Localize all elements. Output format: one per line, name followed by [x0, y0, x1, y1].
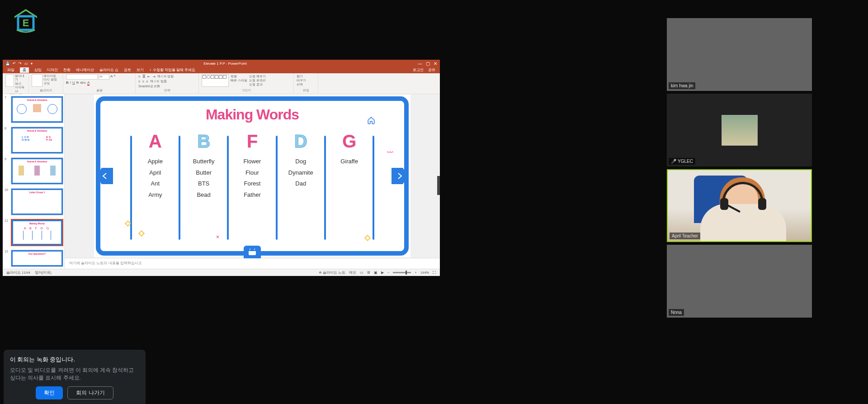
align-left-icon[interactable]: ≡: [138, 79, 141, 84]
quick-styles-button[interactable]: 빠른 스타일: [231, 78, 247, 82]
menu-slideshow[interactable]: 슬라이드 쇼: [99, 68, 118, 72]
find-button[interactable]: 찾기: [297, 74, 315, 78]
font-size-combo[interactable]: 14: [99, 74, 109, 80]
grow-font-icon[interactable]: A: [110, 74, 113, 80]
menubar: 파일 홈 삽입 디자인 전환 애니메이션 슬라이드 쇼 검토 보기 ♀ 수정할 …: [3, 67, 440, 73]
shapes-gallery[interactable]: [202, 74, 229, 87]
view-reading-icon[interactable]: ▣: [374, 271, 377, 275]
new-slide-icon[interactable]: [32, 74, 42, 87]
shape-outline-button[interactable]: 도형 윤곽선: [249, 78, 266, 82]
zoom-out-icon[interactable]: −: [387, 271, 389, 275]
thumbnail-7[interactable]: 7 Voiced & Voiceless: [3, 94, 64, 125]
bullets-icon[interactable]: ≡: [138, 74, 141, 79]
language-status[interactable]: 영어(미국): [35, 271, 52, 275]
view-normal-icon[interactable]: ▭: [360, 271, 363, 275]
underline-icon[interactable]: U: [72, 81, 75, 86]
minimize-icon[interactable]: —: [418, 61, 422, 66]
home-icon[interactable]: [367, 116, 375, 124]
menu-design[interactable]: 디자인: [47, 68, 58, 72]
thumbnail-8[interactable]: 8 Voiced & VoicelessL V R D M BK S P Ch: [3, 125, 64, 156]
align-text-button[interactable]: 텍스트 맞춤: [150, 79, 167, 84]
save-icon[interactable]: 💾: [5, 62, 10, 66]
menu-view[interactable]: 보기: [137, 68, 144, 72]
participant-tile[interactable]: Nnna: [667, 245, 812, 318]
view-slideshow-icon[interactable]: ▶: [381, 271, 384, 275]
deco-x-icon: ×: [216, 234, 219, 240]
menu-transitions[interactable]: 전환: [63, 68, 71, 72]
layout-button[interactable]: 레이아웃: [43, 74, 57, 78]
menu-file[interactable]: 파일: [7, 68, 14, 72]
font-color-icon[interactable]: A: [87, 81, 90, 86]
indent-inc-icon[interactable]: ⇥: [152, 74, 156, 79]
participants-strip: kim hwa jin 🎤YGLEC April Teacher Nnna: [667, 18, 812, 318]
thumbnails-panel[interactable]: 7 Voiced & Voiceless 8 Voiced & Voiceles…: [3, 94, 65, 269]
zoom-level[interactable]: 144%: [420, 271, 429, 275]
bold-icon[interactable]: B: [66, 81, 69, 86]
paste-icon[interactable]: [5, 74, 14, 87]
sign-in[interactable]: 로그인: [413, 68, 424, 72]
select-button[interactable]: 선택: [297, 82, 315, 86]
share-button[interactable]: 공유: [428, 68, 435, 72]
menu-animations[interactable]: 애니메이션: [76, 68, 94, 72]
reset-button[interactable]: 다시 설정: [43, 78, 57, 81]
shape-fill-button[interactable]: 도형 채우기: [249, 74, 266, 78]
thumbnail-9[interactable]: 9 Voiced & Voiceless: [3, 156, 64, 186]
close-icon[interactable]: ✕: [434, 61, 437, 66]
numbering-icon[interactable]: ≣: [142, 74, 146, 79]
fit-to-window-icon[interactable]: ⛶: [433, 271, 436, 275]
align-center-icon[interactable]: ≡: [142, 79, 145, 84]
font-combo[interactable]: [66, 74, 98, 80]
menu-insert[interactable]: 삽입: [34, 68, 42, 72]
ribbon-editing: 찾기 바꾸기 선택 편집: [294, 73, 318, 94]
section-button[interactable]: 구역: [43, 82, 57, 86]
slide-canvas: Making Words A Apple April An: [94, 95, 410, 257]
column-G: G Giraffe: [327, 131, 372, 249]
split-handle[interactable]: [437, 176, 440, 195]
thumbnail-10[interactable]: 10 Letter Group 1: [3, 186, 64, 217]
slide-columns: A Apple April Ant Army B: [108, 131, 397, 249]
menu-home[interactable]: 홈: [20, 67, 29, 73]
italic-icon[interactable]: I: [70, 81, 71, 86]
recording-dialog: 이 회의는 녹화 중입니다. 오디오 및 비디오를 켜려면 이 회의에 계속 참…: [4, 350, 146, 404]
thumbnail-11[interactable]: 11 Making WordsA B F D G: [3, 217, 64, 248]
ppt-body: 7 Voiced & Voiceless 8 Voiced & Voiceles…: [3, 94, 440, 269]
maximize-icon[interactable]: ▢: [426, 61, 430, 66]
zoom-in-icon[interactable]: +: [415, 271, 416, 275]
participant-tile-active[interactable]: April Teacher: [667, 169, 812, 242]
confirm-button[interactable]: 확인: [36, 386, 63, 399]
undo-icon[interactable]: ↶: [13, 62, 16, 66]
participant-name: Nnna: [669, 309, 684, 316]
thumbnail-12[interactable]: 12 Any Questions?: [3, 248, 64, 269]
copy-button[interactable]: 복사: [15, 82, 26, 86]
comments-toggle[interactable]: 메모: [349, 271, 356, 275]
zoom-slider[interactable]: [393, 272, 411, 273]
cut-button[interactable]: 잘라내기: [15, 74, 26, 82]
calendar-tab-icon[interactable]: [244, 246, 261, 258]
strike-icon[interactable]: S: [76, 81, 79, 86]
participant-tile[interactable]: kim hwa jin: [667, 18, 812, 91]
column-A: A Apple April Ant Army: [132, 131, 178, 249]
notes-pane[interactable]: 여기에 슬라이드 노트의 내용을 입력하십시오: [65, 258, 440, 269]
indent-dec-icon[interactable]: ⇤: [147, 74, 151, 79]
replace-button[interactable]: 바꾸기: [297, 78, 315, 82]
redo-icon[interactable]: ↷: [19, 62, 22, 66]
shrink-font-icon[interactable]: A: [113, 74, 115, 80]
view-sorter-icon[interactable]: ⊞: [367, 271, 370, 275]
shape-effects-button[interactable]: 도형 효과: [249, 82, 266, 86]
align-right-icon[interactable]: ≡: [146, 79, 148, 84]
slideshow-qat-icon[interactable]: ▭: [24, 62, 28, 66]
tell-me[interactable]: ♀ 수정할 작업을 말해 주세요: [149, 68, 195, 72]
arrange-button[interactable]: 정렬: [231, 74, 247, 78]
leave-meeting-button[interactable]: 회의 나가기: [67, 386, 113, 399]
text-direction-button[interactable]: 텍스트 방향: [157, 74, 174, 79]
dialog-body: 오디오 및 비디오를 켜려면 이 회의에 계속 참석하고 싶다는 의사를 표시해…: [10, 366, 139, 382]
format-painter-button[interactable]: 서식복사: [15, 86, 26, 93]
smartart-button[interactable]: SmartArt로 변환: [138, 84, 196, 88]
menu-review[interactable]: 검토: [124, 68, 131, 72]
participant-tile[interactable]: 🎤YGLEC: [667, 94, 812, 166]
ribbon-paragraph: ≡ ≣ ⇤ ⇥ 텍스트 방향 ≡ ≡ ≡ 텍스트 맞춤 SmartArt로 변환…: [136, 73, 199, 94]
column-D: D Dog Dynamite Dad: [278, 131, 323, 249]
notes-toggle[interactable]: ≐ 슬라이드 노트: [319, 271, 345, 275]
slide-canvas-wrap[interactable]: Making Words A Apple April An: [65, 94, 440, 258]
shadow-icon[interactable]: abc: [80, 81, 86, 86]
